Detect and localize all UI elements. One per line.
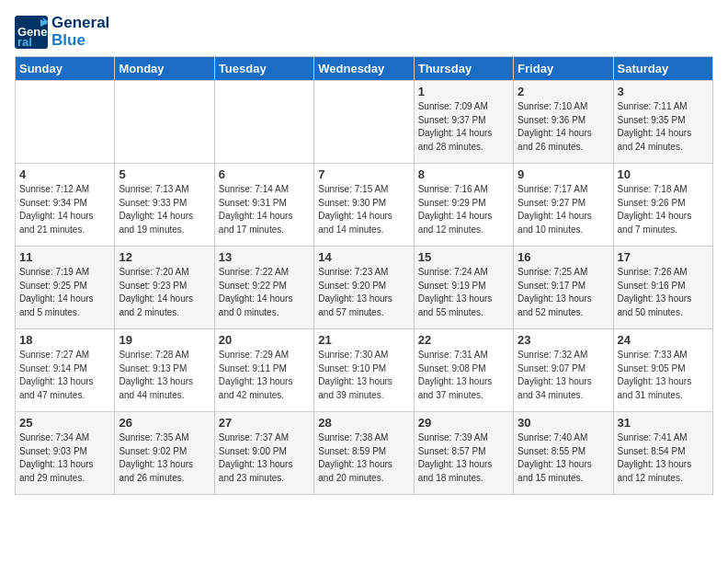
calendar-week-row: 4Sunrise: 7:12 AM Sunset: 9:34 PM Daylig… — [16, 164, 713, 247]
calendar-cell: 2Sunrise: 7:10 AM Sunset: 9:36 PM Daylig… — [514, 81, 613, 164]
calendar-cell: 21Sunrise: 7:30 AM Sunset: 9:10 PM Dayli… — [314, 329, 414, 412]
calendar-table: SundayMondayTuesdayWednesdayThursdayFrid… — [15, 56, 713, 495]
calendar-cell: 4Sunrise: 7:12 AM Sunset: 9:34 PM Daylig… — [16, 164, 115, 247]
day-number: 9 — [518, 167, 609, 181]
day-number: 7 — [318, 167, 409, 181]
calendar-cell: 13Sunrise: 7:22 AM Sunset: 9:22 PM Dayli… — [214, 247, 313, 329]
calendar-cell: 25Sunrise: 7:34 AM Sunset: 9:03 PM Dayli… — [16, 412, 115, 495]
day-number: 19 — [119, 333, 210, 347]
day-number: 12 — [119, 250, 210, 264]
cell-content: Sunrise: 7:09 AM Sunset: 9:37 PM Dayligh… — [418, 100, 509, 154]
calendar-cell: 14Sunrise: 7:23 AM Sunset: 9:20 PM Dayli… — [314, 247, 414, 329]
cell-content: Sunrise: 7:39 AM Sunset: 8:57 PM Dayligh… — [418, 431, 509, 485]
calendar-cell — [115, 81, 214, 164]
day-number: 20 — [219, 333, 310, 347]
cell-content: Sunrise: 7:24 AM Sunset: 9:19 PM Dayligh… — [418, 266, 509, 319]
day-number: 1 — [418, 85, 509, 98]
calendar-cell: 26Sunrise: 7:35 AM Sunset: 9:02 PM Dayli… — [115, 412, 214, 495]
day-number: 3 — [618, 85, 709, 98]
calendar-cell: 23Sunrise: 7:32 AM Sunset: 9:07 PM Dayli… — [514, 329, 613, 412]
cell-content: Sunrise: 7:12 AM Sunset: 9:34 PM Dayligh… — [19, 183, 110, 236]
day-number: 22 — [418, 333, 509, 347]
calendar-cell: 30Sunrise: 7:40 AM Sunset: 8:55 PM Dayli… — [514, 412, 613, 495]
logo-line2: Blue — [51, 32, 109, 50]
day-number: 15 — [418, 250, 509, 264]
cell-content: Sunrise: 7:13 AM Sunset: 9:33 PM Dayligh… — [119, 183, 210, 236]
cell-content: Sunrise: 7:28 AM Sunset: 9:13 PM Dayligh… — [119, 349, 210, 402]
day-number: 6 — [219, 167, 310, 181]
cell-content: Sunrise: 7:17 AM Sunset: 9:27 PM Dayligh… — [518, 183, 609, 236]
cell-content: Sunrise: 7:31 AM Sunset: 9:08 PM Dayligh… — [418, 349, 509, 402]
day-number: 8 — [418, 167, 509, 181]
calendar-week-row: 18Sunrise: 7:27 AM Sunset: 9:14 PM Dayli… — [16, 329, 713, 412]
day-number: 30 — [518, 416, 609, 430]
weekday-header: Saturday — [613, 57, 712, 81]
day-number: 17 — [618, 250, 709, 264]
calendar-cell: 1Sunrise: 7:09 AM Sunset: 9:37 PM Daylig… — [414, 81, 513, 164]
calendar-week-row: 25Sunrise: 7:34 AM Sunset: 9:03 PM Dayli… — [16, 412, 713, 495]
calendar-cell: 12Sunrise: 7:20 AM Sunset: 9:23 PM Dayli… — [115, 247, 214, 329]
cell-content: Sunrise: 7:33 AM Sunset: 9:05 PM Dayligh… — [618, 349, 709, 402]
calendar-cell: 6Sunrise: 7:14 AM Sunset: 9:31 PM Daylig… — [214, 164, 313, 247]
day-number: 2 — [518, 85, 609, 98]
cell-content: Sunrise: 7:34 AM Sunset: 9:03 PM Dayligh… — [19, 431, 110, 485]
cell-content: Sunrise: 7:37 AM Sunset: 9:00 PM Dayligh… — [219, 431, 310, 485]
calendar-cell: 5Sunrise: 7:13 AM Sunset: 9:33 PM Daylig… — [115, 164, 214, 247]
cell-content: Sunrise: 7:38 AM Sunset: 8:59 PM Dayligh… — [318, 431, 409, 485]
calendar-cell: 15Sunrise: 7:24 AM Sunset: 9:19 PM Dayli… — [414, 247, 513, 329]
cell-content: Sunrise: 7:35 AM Sunset: 9:02 PM Dayligh… — [119, 431, 210, 485]
cell-content: Sunrise: 7:30 AM Sunset: 9:10 PM Dayligh… — [318, 349, 409, 402]
weekday-header: Sunday — [16, 57, 115, 81]
weekday-header: Friday — [514, 57, 613, 81]
weekday-header-row: SundayMondayTuesdayWednesdayThursdayFrid… — [16, 57, 713, 81]
cell-content: Sunrise: 7:27 AM Sunset: 9:14 PM Dayligh… — [19, 349, 110, 402]
day-number: 16 — [518, 250, 609, 264]
weekday-header: Monday — [115, 57, 214, 81]
svg-text:ral: ral — [17, 35, 32, 49]
calendar-cell: 24Sunrise: 7:33 AM Sunset: 9:05 PM Dayli… — [613, 329, 712, 412]
calendar-cell — [214, 81, 313, 164]
day-number: 21 — [318, 333, 409, 347]
calendar-cell: 7Sunrise: 7:15 AM Sunset: 9:30 PM Daylig… — [314, 164, 414, 247]
cell-content: Sunrise: 7:16 AM Sunset: 9:29 PM Dayligh… — [418, 183, 509, 236]
page-header: Gene ral General Blue — [15, 15, 713, 49]
cell-content: Sunrise: 7:19 AM Sunset: 9:25 PM Dayligh… — [19, 266, 110, 319]
weekday-header: Wednesday — [314, 57, 414, 81]
cell-content: Sunrise: 7:23 AM Sunset: 9:20 PM Dayligh… — [318, 266, 409, 319]
cell-content: Sunrise: 7:15 AM Sunset: 9:30 PM Dayligh… — [318, 183, 409, 236]
calendar-cell: 11Sunrise: 7:19 AM Sunset: 9:25 PM Dayli… — [16, 247, 115, 329]
logo-icon: Gene ral — [15, 16, 48, 49]
calendar-cell — [314, 81, 414, 164]
calendar-cell: 19Sunrise: 7:28 AM Sunset: 9:13 PM Dayli… — [115, 329, 214, 412]
calendar-cell: 8Sunrise: 7:16 AM Sunset: 9:29 PM Daylig… — [414, 164, 513, 247]
day-number: 26 — [119, 416, 210, 430]
day-number: 31 — [618, 416, 709, 430]
day-number: 23 — [518, 333, 609, 347]
cell-content: Sunrise: 7:29 AM Sunset: 9:11 PM Dayligh… — [219, 349, 310, 402]
cell-content: Sunrise: 7:25 AM Sunset: 9:17 PM Dayligh… — [518, 266, 609, 319]
cell-content: Sunrise: 7:11 AM Sunset: 9:35 PM Dayligh… — [618, 100, 709, 154]
calendar-cell: 29Sunrise: 7:39 AM Sunset: 8:57 PM Dayli… — [414, 412, 513, 495]
cell-content: Sunrise: 7:20 AM Sunset: 9:23 PM Dayligh… — [119, 266, 210, 319]
cell-content: Sunrise: 7:10 AM Sunset: 9:36 PM Dayligh… — [518, 100, 609, 154]
weekday-header: Thursday — [414, 57, 513, 81]
calendar-cell: 10Sunrise: 7:18 AM Sunset: 9:26 PM Dayli… — [613, 164, 712, 247]
day-number: 24 — [618, 333, 709, 347]
day-number: 29 — [418, 416, 509, 430]
cell-content: Sunrise: 7:26 AM Sunset: 9:16 PM Dayligh… — [618, 266, 709, 319]
calendar-cell — [16, 81, 115, 164]
day-number: 27 — [219, 416, 310, 430]
cell-content: Sunrise: 7:41 AM Sunset: 8:54 PM Dayligh… — [618, 431, 709, 485]
logo: Gene ral General Blue — [15, 15, 109, 49]
calendar-week-row: 11Sunrise: 7:19 AM Sunset: 9:25 PM Dayli… — [16, 247, 713, 329]
cell-content: Sunrise: 7:22 AM Sunset: 9:22 PM Dayligh… — [219, 266, 310, 319]
cell-content: Sunrise: 7:40 AM Sunset: 8:55 PM Dayligh… — [518, 431, 609, 485]
calendar-cell: 31Sunrise: 7:41 AM Sunset: 8:54 PM Dayli… — [613, 412, 712, 495]
cell-content: Sunrise: 7:32 AM Sunset: 9:07 PM Dayligh… — [518, 349, 609, 402]
logo-line1: General — [51, 15, 109, 32]
calendar-cell: 28Sunrise: 7:38 AM Sunset: 8:59 PM Dayli… — [314, 412, 414, 495]
calendar-week-row: 1Sunrise: 7:09 AM Sunset: 9:37 PM Daylig… — [16, 81, 713, 164]
calendar-cell: 9Sunrise: 7:17 AM Sunset: 9:27 PM Daylig… — [514, 164, 613, 247]
day-number: 13 — [219, 250, 310, 264]
calendar-cell: 17Sunrise: 7:26 AM Sunset: 9:16 PM Dayli… — [613, 247, 712, 329]
